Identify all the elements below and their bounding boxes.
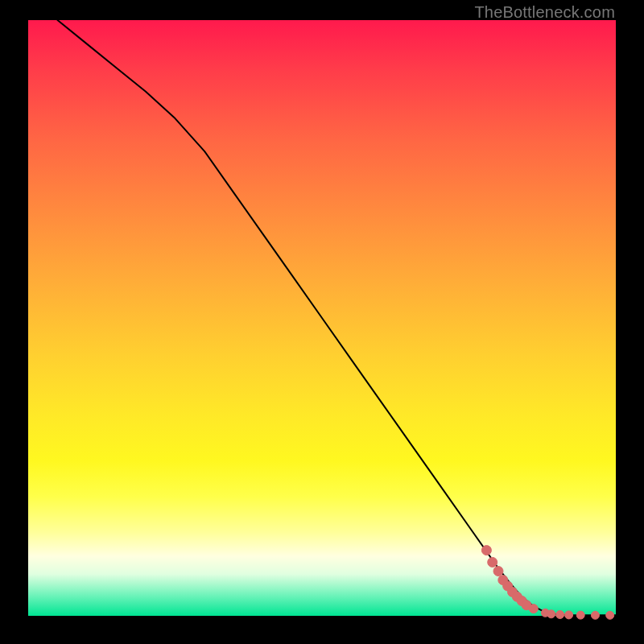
data-point — [606, 611, 614, 619]
scatter-series — [481, 546, 613, 620]
bottleneck-curve — [58, 20, 617, 615]
watermark-text: TheBottleneck.com — [474, 3, 615, 22]
chart-svg — [28, 20, 616, 616]
data-point — [481, 546, 491, 555]
data-point — [529, 605, 538, 613]
data-point — [547, 610, 555, 618]
data-point — [565, 611, 573, 619]
data-point — [576, 611, 584, 619]
plot-area — [28, 20, 616, 616]
chart-frame: TheBottleneck.com — [0, 0, 644, 644]
line-series — [58, 20, 617, 615]
data-point — [556, 611, 564, 619]
data-point — [488, 557, 497, 567]
data-point — [493, 567, 503, 576]
data-point — [591, 611, 599, 619]
